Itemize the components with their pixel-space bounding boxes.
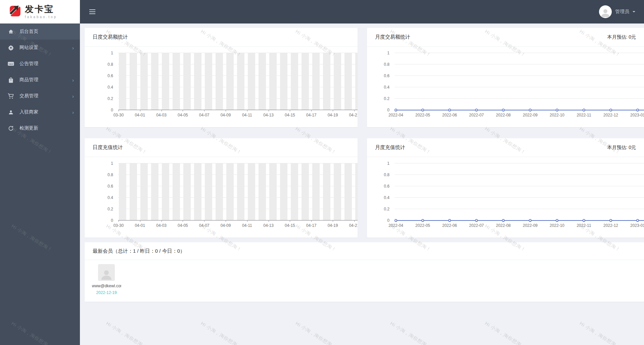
x-axis-tick <box>269 110 269 111</box>
x-axis-tick-label: 2022-11 <box>577 223 591 228</box>
sidebar-item-label: 入驻商家 <box>19 109 38 115</box>
sidebar-item-trade[interactable]: 交易管理› <box>0 88 80 104</box>
x-axis-tick-label: 04-15 <box>285 113 295 117</box>
line-series <box>395 218 644 223</box>
y-axis-tick-label: 0.8 <box>384 172 389 177</box>
latest-members-card: 最新会员（总计：1 / 昨日：0 / 今日：0） www@dkewl.com20… <box>85 242 644 302</box>
y-axis-tick-label: 0.6 <box>107 184 113 189</box>
x-axis-tick-label: 2022-07 <box>469 223 484 228</box>
sidebar-item-label: 商品管理 <box>19 77 38 83</box>
gridline <box>395 64 644 64</box>
x-axis-tick-label: 2022-04 <box>388 223 403 228</box>
line-series <box>395 107 644 113</box>
x-axis-tick-label: 2022-08 <box>496 223 511 228</box>
x-axis-tick-label: 2022-11 <box>577 113 591 117</box>
x-axis-tick <box>247 220 247 222</box>
x-axis-tick-label: 2022-05 <box>415 113 430 117</box>
x-axis-tick <box>638 110 638 111</box>
x-axis-tick <box>311 220 312 222</box>
month-estimate-label: 本月预估: 0元 <box>607 145 636 151</box>
x-axis-tick-label: 04-15 <box>285 223 295 228</box>
month-estimate-label: 本月预估: 0元 <box>607 34 636 40</box>
x-axis-tick-label: 04-17 <box>306 113 317 117</box>
member-avatar <box>98 264 115 281</box>
sidebar: 后台首页网站设置›NEW公告管理商品管理›交易管理›入驻商家›检测更新 <box>0 23 80 345</box>
y-axis-tick-label: 0.8 <box>384 62 389 67</box>
x-axis-line <box>118 220 358 220</box>
gridline <box>395 197 644 198</box>
member-register-date[interactable]: 2022-12-19 <box>96 290 117 295</box>
x-axis-tick-label: 2022-12 <box>603 223 618 228</box>
x-axis-tick <box>204 110 204 111</box>
bar-background-bands <box>119 53 358 110</box>
sidebar-item-site-settings[interactable]: 网站设置› <box>0 40 80 56</box>
gridline <box>395 186 644 186</box>
monthly-trade-chart-card: 月度交易额统计 本月预估: 0元 00.20.40.60.812022-0420… <box>367 28 644 127</box>
x-axis-tick-label: 04-09 <box>221 223 231 228</box>
x-axis-tick-label: 04-19 <box>328 223 338 228</box>
x-axis-tick-label: 2022-10 <box>550 113 564 117</box>
x-axis-tick <box>204 220 204 222</box>
x-axis-tick <box>530 110 531 111</box>
y-axis-tick-label: 0.6 <box>107 73 113 78</box>
sidebar-item-merchants[interactable]: 入驻商家› <box>0 104 80 120</box>
announcement-icon: NEW <box>7 61 14 66</box>
x-axis-tick-label: 03-30 <box>113 113 124 117</box>
chevron-down-icon <box>633 11 635 14</box>
x-axis-tick-label: 03-30 <box>113 223 124 228</box>
x-axis-tick <box>584 110 584 111</box>
x-axis-tick-label: 04-21 <box>349 113 358 117</box>
x-axis-tick-label: 04-09 <box>221 113 231 117</box>
x-axis-tick <box>611 220 611 222</box>
logo-title: 发卡宝 <box>25 5 57 13</box>
chart-title: 日度充值统计 <box>93 144 123 151</box>
x-axis-tick-label: 04-07 <box>199 113 210 117</box>
x-axis-tick <box>226 220 226 222</box>
watermark-text: Hi 小淘，淘你想淘！ <box>578 321 621 345</box>
sidebar-item-goods[interactable]: 商品管理› <box>0 72 80 88</box>
y-axis-tick-label: 0.4 <box>107 85 113 90</box>
merchant-icon <box>7 110 14 115</box>
chevron-right-icon: › <box>72 110 74 115</box>
x-axis-tick-label: 04-01 <box>135 223 145 228</box>
watermark-text: Hi 小淘，淘你想淘！ <box>484 321 526 345</box>
chart-title: 日度交易额统计 <box>93 34 128 40</box>
x-axis-tick <box>333 220 333 222</box>
x-axis-tick-label: 04-21 <box>349 223 358 228</box>
watermark-text: Hi 小淘，淘你想淘！ <box>105 321 148 345</box>
charts-row-1: 日度交易额统计 00.20.40.60.8103-3004-0104-0304-… <box>85 28 644 127</box>
y-axis-tick-label: 0.4 <box>384 85 389 90</box>
gridline <box>395 175 644 175</box>
y-axis-tick-label: 0 <box>111 218 113 223</box>
x-axis-tick <box>503 110 504 111</box>
x-axis-tick-label: 2022-09 <box>523 113 538 117</box>
y-axis-tick-label: 0.6 <box>384 73 389 78</box>
user-menu[interactable]: 管理员 <box>599 5 635 18</box>
x-axis-tick <box>226 110 226 111</box>
y-axis-tick-label: 0.2 <box>384 207 389 211</box>
x-axis-tick <box>638 220 638 222</box>
x-axis-tick-label: 04-07 <box>199 223 210 228</box>
sidebar-item-announcements[interactable]: NEW公告管理 <box>0 56 80 72</box>
y-axis-tick-label: 0.2 <box>107 96 113 101</box>
admin-dashboard-page: 发卡宝 fakabao.top 管理员 后台首页网站设置›NEW公告管理商品管理… <box>0 0 644 345</box>
y-axis-tick-label: 0.6 <box>384 184 389 189</box>
sidebar-item-update[interactable]: 检测更新 <box>0 120 80 136</box>
y-axis-tick-label: 1 <box>387 161 389 166</box>
gridline <box>395 87 644 87</box>
x-axis-tick <box>557 110 557 111</box>
hamburger-icon[interactable] <box>89 9 95 14</box>
watermark-text: Hi 小淘，淘你想淘！ <box>199 321 242 345</box>
x-axis-tick-label: 2022-12 <box>603 113 618 117</box>
x-axis-tick-label: 04-11 <box>242 223 252 228</box>
chevron-right-icon: › <box>72 45 74 50</box>
site-logo[interactable]: 发卡宝 fakabao.top <box>0 0 80 23</box>
user-avatar <box>599 5 612 18</box>
x-axis-tick <box>183 220 183 222</box>
x-axis-tick <box>162 220 162 222</box>
bar-background-bands <box>119 163 358 220</box>
x-axis-tick-label: 2022-05 <box>415 223 430 228</box>
member-list: www@dkewl.com2022-12-19 <box>85 260 644 295</box>
cart-icon <box>7 93 14 99</box>
sidebar-item-home[interactable]: 后台首页 <box>0 23 80 40</box>
